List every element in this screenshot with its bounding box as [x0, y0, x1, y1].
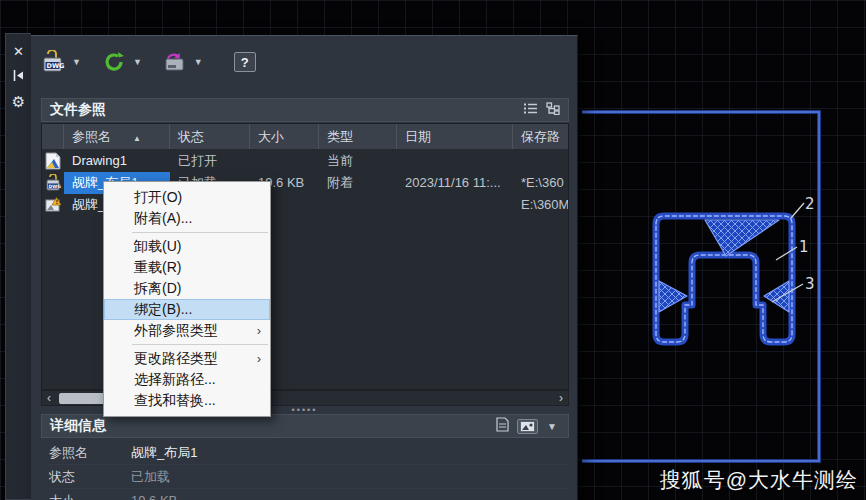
detail-row-refname: 参照名 觇牌_布局1	[49, 441, 569, 465]
menu-item-open[interactable]: 打开(O)	[104, 187, 270, 208]
properties-gear-icon[interactable]: ⚙	[11, 94, 27, 110]
preview-view-icon[interactable]	[517, 419, 538, 434]
attach-dwg-button[interactable]: DWG	[39, 48, 67, 76]
table-row-drawing1[interactable]: Drawing1 已打开 当前	[42, 150, 568, 172]
refresh-button[interactable]	[100, 48, 128, 76]
column-path[interactable]: 保存路	[513, 124, 568, 149]
watermark: 搜狐号@大水牛测绘	[660, 466, 858, 494]
submenu-arrow-icon: ›	[257, 320, 261, 341]
menu-item-bind[interactable]: 绑定(B)...	[104, 299, 270, 320]
callout-1: 1	[799, 238, 809, 256]
details-view-icon[interactable]	[496, 417, 509, 435]
menu-separator	[132, 232, 268, 233]
menu-item-detach[interactable]: 拆离(D)	[104, 278, 270, 299]
scroll-left-icon[interactable]: ‹	[42, 391, 56, 405]
menu-item-reload[interactable]: 重载(R)	[104, 257, 270, 278]
hatch-triangle-top	[705, 220, 779, 256]
file-references-title: 文件参照	[50, 101, 106, 119]
column-status[interactable]: 状态	[170, 124, 250, 149]
column-size[interactable]: 大小	[250, 124, 319, 149]
sort-asc-icon: ▲	[133, 134, 141, 143]
list-view-icon[interactable]	[524, 102, 538, 118]
ref-date: 2023/11/16 11:...	[397, 172, 513, 194]
attach-dwg-icon: DWG	[44, 174, 62, 192]
table-header: 参照名▲ 状态 大小 类型 日期 保存路	[42, 124, 568, 149]
svg-text:DWG: DWG	[47, 62, 65, 70]
path-dropdown-icon[interactable]: ▼	[193, 57, 206, 67]
callout-3: 3	[805, 275, 815, 293]
tree-view-icon[interactable]	[546, 102, 560, 118]
close-icon[interactable]: ✕	[11, 44, 27, 60]
column-name[interactable]: 参照名▲	[64, 124, 170, 149]
ref-path: E:\360M	[513, 194, 568, 216]
menu-item-change-path-type[interactable]: 更改路径类型›	[104, 348, 270, 369]
callout-2: 2	[805, 195, 815, 213]
help-button[interactable]: ?	[234, 52, 256, 72]
detail-row-status: 状态 已加载	[49, 465, 569, 489]
hatch-triangle-right	[764, 281, 789, 312]
detail-row-size: 大小 19.6 KB	[49, 489, 569, 500]
column-date[interactable]: 日期	[397, 124, 513, 149]
palette-titlebar: ✕ ⚙	[5, 33, 31, 500]
drawing-file-icon	[44, 152, 62, 170]
attach-dropdown-icon[interactable]: ▼	[71, 57, 84, 67]
menu-item-find-replace[interactable]: 查找和替换...	[104, 390, 270, 411]
menu-item-select-new-path[interactable]: 选择新路径...	[104, 369, 270, 390]
image-warning-icon: !	[44, 196, 62, 214]
refresh-dropdown-icon[interactable]: ▼	[132, 57, 145, 67]
menu-item-attach[interactable]: 附着(A)...	[104, 208, 270, 229]
ref-status: 已打开	[170, 150, 250, 172]
autocad-canvas: 2 1 3 搜狐号@大水牛测绘 ✕ ⚙ DWG ▼	[0, 0, 866, 500]
menu-separator	[132, 344, 268, 345]
details-title: 详细信息	[50, 417, 106, 435]
submenu-arrow-icon: ›	[257, 348, 261, 369]
detail-value: 19.6 KB	[131, 489, 177, 500]
xref-context-menu: 打开(O) 附着(A)... 卸载(U) 重载(R) 拆离(D) 绑定(B)..…	[103, 181, 271, 417]
channel-profile[interactable]	[656, 216, 792, 342]
menu-item-xref-type[interactable]: 外部参照类型›	[104, 320, 270, 341]
auto-hide-icon[interactable]	[11, 69, 27, 85]
ref-type: 附着	[319, 172, 397, 194]
menu-item-unload[interactable]: 卸载(U)	[104, 236, 270, 257]
details-section: 详细信息 ▼ 参照名 觇牌_布局1 状态 已加载	[31, 414, 578, 500]
svg-text:!: !	[56, 198, 59, 205]
column-icon[interactable]	[42, 124, 64, 149]
file-references-header: 文件参照	[41, 98, 569, 122]
svg-text:DWG: DWG	[49, 184, 62, 189]
detail-value: 已加载	[131, 465, 170, 489]
scroll-right-icon[interactable]: ›	[554, 391, 568, 405]
ref-path: *E:\360	[513, 172, 568, 194]
palette-toolbar: DWG ▼ ▼ ▼	[39, 46, 256, 78]
details-header: 详细信息 ▼	[41, 414, 569, 438]
change-path-button[interactable]	[161, 48, 189, 76]
details-collapse-icon[interactable]: ▼	[546, 421, 560, 432]
ref-type: 当前	[319, 150, 397, 172]
ref-name: Drawing1	[64, 150, 170, 172]
column-type[interactable]: 类型	[319, 124, 397, 149]
detail-value: 觇牌_布局1	[131, 441, 197, 465]
